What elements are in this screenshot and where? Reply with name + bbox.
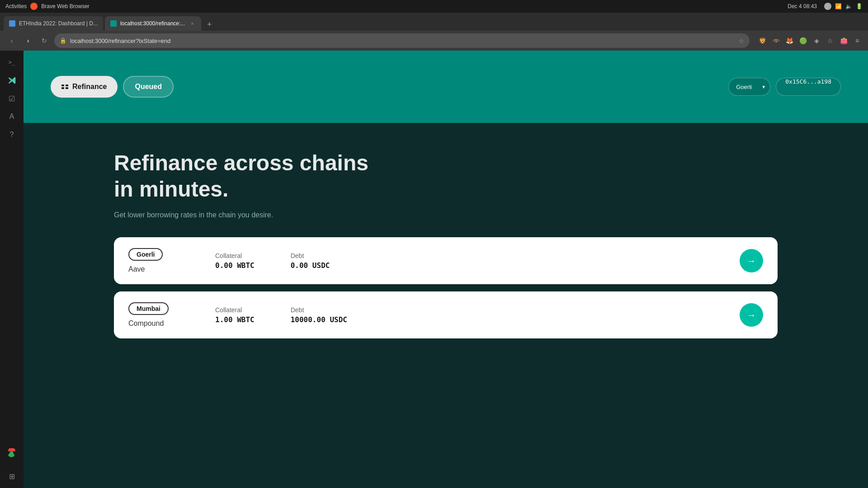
sidebar-item-tasks[interactable]: ☑	[4, 90, 20, 107]
activities-label[interactable]: Activities	[5, 3, 27, 9]
collateral-label-1: Collateral	[215, 252, 255, 259]
sidebar-item-chrome[interactable]	[4, 445, 20, 461]
brave-logo-icon	[30, 3, 38, 10]
datetime-label: Dec 4 08:43	[788, 3, 817, 9]
debt-stat-2: Debt 10000.00 USDC	[291, 306, 347, 324]
browser-frame: Activities Brave Web Browser Dec 4 08:43…	[0, 0, 868, 488]
system-icons: 📶 🔈 🔋	[824, 3, 863, 10]
protocol-name-2: Compound	[128, 319, 201, 328]
extension-icon-1[interactable]: 🦊	[784, 35, 795, 46]
battery-icon: 🔋	[856, 3, 863, 9]
reload-button[interactable]: ↻	[38, 34, 51, 47]
debt-value-2: 10000.00 USDC	[291, 315, 347, 324]
bookmark-icon[interactable]: ☆	[739, 38, 744, 44]
hero-subtitle: Get lower borrowing rates in the chain y…	[114, 211, 778, 219]
sidebar-item-vscode[interactable]	[4, 72, 20, 89]
queued-pill-label: Queued	[135, 83, 162, 91]
header-nav: Refinance Queued	[51, 76, 174, 98]
refinance-pill-label: Refinance	[72, 83, 107, 91]
sidebar-item-appstore[interactable]: A	[4, 108, 20, 125]
nav-bar: ‹ › ↻ 🔒 localhost:3000/refinancer?txStat…	[0, 31, 868, 51]
card-left-1: Goerli Aave	[128, 248, 201, 273]
tab-bar: ETHIndia 2022: Dashboard | D... localhos…	[0, 13, 868, 31]
network-icon: 📶	[835, 3, 842, 9]
debt-label-2: Debt	[291, 306, 347, 314]
protocol-name-1: Aave	[128, 265, 201, 273]
sidebar-item-terminal[interactable]: >_	[4, 54, 20, 70]
menu-icon[interactable]: ≡	[852, 35, 863, 46]
brave-shield-icon[interactable]: 🦁	[757, 35, 768, 46]
web-content: Refinance Queued Goerli Mumbai Mainnet	[24, 51, 868, 488]
network-select[interactable]: Goerli Mumbai Mainnet	[728, 78, 770, 96]
tab-label-ethindia: ETHIndia 2022: Dashboard | D...	[19, 20, 98, 27]
address-bar[interactable]: 🔒 localhost:3000/refinancer?txState=end …	[54, 33, 750, 48]
brave-rewards-icon[interactable]: 🦇	[770, 35, 781, 46]
chain-badge-2: Mumbai	[128, 302, 169, 315]
queued-nav-pill[interactable]: Queued	[123, 76, 174, 98]
wallet-extension-icon[interactable]: 👛	[838, 35, 849, 46]
card-middle-1: Collateral 0.00 WBTC Debt 0.00 USDC	[215, 252, 725, 270]
title-bar-right: Dec 4 08:43 📶 🔈 🔋	[788, 3, 863, 10]
browser-toolbar-right: 🦁 🦇 🦊 🟢 ◈ ☆ 👛 ≡	[757, 35, 863, 46]
wallet-address-button[interactable]: 0x15C6...a198	[776, 78, 841, 96]
tab-favicon-localhost	[110, 20, 117, 27]
tab-close-button[interactable]: ×	[189, 20, 196, 27]
extension-icon-2[interactable]: 🟢	[797, 35, 808, 46]
refinance-nav-pill[interactable]: Refinance	[51, 76, 118, 98]
card-middle-2: Collateral 1.00 WBTC Debt 10000.00 USDC	[215, 306, 725, 324]
debt-stat-1: Debt 0.00 USDC	[291, 252, 330, 270]
position-card-1: Goerli Aave Collateral 0.00 WBTC Debt 0.…	[114, 237, 778, 284]
collateral-value-1: 0.00 WBTC	[215, 261, 255, 270]
tab-ethindia[interactable]: ETHIndia 2022: Dashboard | D...	[4, 16, 103, 31]
header-right: Goerli Mumbai Mainnet ▼ 0x15C6...a198	[728, 78, 841, 96]
forward-button[interactable]: ›	[22, 34, 34, 47]
lock-icon: 🔒	[60, 38, 66, 44]
volume-icon: 🔈	[845, 3, 852, 9]
arrow-button-2[interactable]: →	[740, 303, 763, 327]
new-tab-button[interactable]: +	[203, 18, 216, 31]
browser-name-label: Brave Web Browser	[41, 3, 89, 9]
app-header: Refinance Queued Goerli Mumbai Mainnet	[24, 51, 868, 123]
card-left-2: Mumbai Compound	[128, 302, 201, 328]
main-content: Refinance across chains in minutes. Get …	[24, 123, 868, 488]
collateral-stat-2: Collateral 1.00 WBTC	[215, 306, 255, 324]
address-text: localhost:3000/refinancer?txState=end	[70, 38, 170, 44]
user-icon	[824, 3, 831, 10]
tab-label-localhost: localhost:3000/refinance:...	[120, 20, 185, 27]
collateral-value-2: 1.00 WBTC	[215, 315, 255, 324]
extension-icon-3[interactable]: ◈	[811, 35, 822, 46]
collateral-stat-1: Collateral 0.00 WBTC	[215, 252, 255, 270]
chain-badge-1: Goerli	[128, 248, 163, 261]
debt-label-1: Debt	[291, 252, 330, 259]
title-bar: Activities Brave Web Browser Dec 4 08:43…	[0, 0, 868, 13]
content-area: >_ ☑ A ? ⊞ Refi	[0, 51, 868, 488]
debt-value-1: 0.00 USDC	[291, 261, 330, 270]
title-bar-left: Activities Brave Web Browser	[5, 3, 90, 10]
tab-favicon-ethindia	[9, 20, 15, 27]
star-icon[interactable]: ☆	[825, 35, 835, 46]
tab-localhost[interactable]: localhost:3000/refinance:... ×	[105, 16, 201, 31]
hero-title: Refinance across chains in minutes.	[114, 150, 778, 202]
back-button[interactable]: ‹	[5, 34, 18, 47]
position-card-2: Mumbai Compound Collateral 1.00 WBTC Deb…	[114, 291, 778, 338]
sidebar-item-help[interactable]: ?	[4, 127, 20, 143]
refinance-grid-icon	[61, 84, 69, 89]
collateral-label-2: Collateral	[215, 306, 255, 314]
sidebar-item-apps[interactable]: ⊞	[4, 468, 20, 484]
arrow-button-1[interactable]: →	[740, 249, 763, 272]
sidebar: >_ ☑ A ? ⊞	[0, 51, 24, 488]
